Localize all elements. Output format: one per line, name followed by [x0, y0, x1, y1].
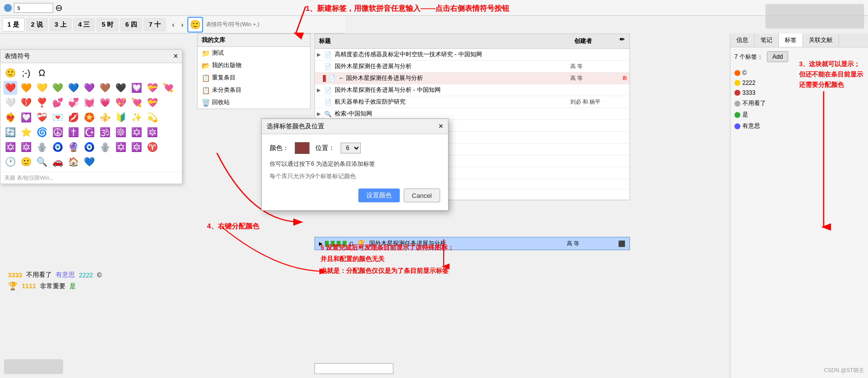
emoji-cross[interactable]: ✝️	[67, 125, 80, 139]
emoji-revolving[interactable]: 💞	[67, 96, 80, 110]
emoji-crystal-ball[interactable]: 🔮	[67, 140, 80, 154]
tab-7[interactable]: 7 十	[143, 18, 166, 32]
table-row[interactable]: 📄 国外木星探测任务进展与分析 高 等	[315, 61, 629, 73]
emoji-r2[interactable]: 💟	[130, 81, 143, 95]
emoji-beginner[interactable]: 🔰	[114, 111, 128, 124]
emoji-beating[interactable]: 💓	[82, 96, 96, 110]
emoji-growing[interactable]: 💗	[98, 96, 112, 110]
tab-6[interactable]: 6 四	[120, 18, 142, 32]
emoji-r4[interactable]: 💘	[161, 81, 175, 95]
emoji-om[interactable]: 🕉️	[98, 125, 112, 139]
emoji-dizzy[interactable]: 💫	[145, 111, 159, 124]
tab-2[interactable]: 2 说	[26, 18, 48, 32]
library-item-dup[interactable]: 📋 重复条目	[198, 72, 310, 84]
tag-item-interesting[interactable]: 有意思	[734, 120, 864, 132]
library-item-trash[interactable]: 🗑️ 回收站	[198, 96, 310, 109]
emoji-recycle[interactable]: 🔄	[3, 125, 17, 139]
emoji-wink[interactable]: ;-)	[19, 66, 33, 80]
search-input-bottom[interactable]	[314, 363, 393, 374]
emoji-six-star[interactable]: 🔯	[145, 125, 159, 139]
right-tab-info[interactable]: 信息	[730, 34, 755, 47]
emoji-star3[interactable]: ✡️	[3, 140, 17, 154]
expand-icon[interactable]: ▶	[315, 87, 323, 93]
emoji-hamsa[interactable]: 🪬	[35, 140, 49, 154]
emoji-blue-heart[interactable]: 💙	[67, 81, 80, 95]
add-tag-button[interactable]: Add	[767, 51, 788, 62]
emoji-purple-heart[interactable]: 💜	[82, 81, 96, 95]
emoji-broken-heart[interactable]: 💔	[19, 96, 33, 110]
emoji-white-heart[interactable]: 🤍	[3, 96, 17, 110]
expand-icon[interactable]: ▶	[315, 111, 323, 116]
emoji-peace[interactable]: ☮️	[51, 125, 65, 139]
emoji-panel-close[interactable]: ×	[174, 52, 178, 61]
tab-4[interactable]: 4 三	[73, 18, 96, 32]
table-row[interactable]: 📄 ← 国外木星探测任务进展与分析 高 等 🖹	[315, 73, 629, 84]
dialog-close[interactable]: ×	[439, 122, 443, 131]
search-input-top[interactable]	[14, 3, 53, 13]
emoji-magnifier[interactable]: 🔍	[35, 155, 49, 169]
tag-3333[interactable]: 3333	[8, 271, 22, 279]
emoji-clock[interactable]: 🕐	[3, 155, 17, 169]
emoji-black-heart[interactable]: 🖤	[114, 81, 128, 95]
emoji-love-letter[interactable]: 💌	[51, 111, 65, 124]
emoji-cyclone[interactable]: 🌀	[35, 125, 49, 139]
emoji-car[interactable]: 🚗	[51, 155, 65, 169]
emoji-wheel[interactable]: ☸️	[114, 125, 128, 139]
emoji-eye-blue[interactable]: 🧿	[82, 140, 96, 154]
emoji-green-heart[interactable]: 💚	[51, 81, 65, 95]
set-color-button[interactable]: 设置颜色	[358, 189, 400, 202]
emoji-rosette[interactable]: 🏵️	[82, 111, 96, 124]
tab-prev[interactable]: ‹	[169, 20, 177, 30]
expand-icon[interactable]: ▶	[315, 52, 323, 57]
emoji-button[interactable]: 🙂	[187, 17, 203, 33]
emoji-heart-decor[interactable]: 💟	[19, 111, 33, 124]
emoji-crescent[interactable]: ☪️	[82, 125, 96, 139]
emoji-fleur[interactable]: ⚜️	[98, 111, 112, 124]
table-row[interactable]: 📄 航天器单粒子效应防护研究 刘必 和 杨平	[315, 96, 629, 108]
tag-nolook[interactable]: 不用看了	[26, 270, 52, 279]
tag-item-nolook[interactable]: 不用看了	[734, 98, 864, 109]
emoji-excl-heart[interactable]: ❣️	[35, 96, 49, 110]
emoji-heart-blue[interactable]: 💙	[82, 155, 96, 169]
tag-item-is[interactable]: 是	[734, 109, 864, 120]
emoji-hamsa2[interactable]: 🪬	[98, 140, 112, 154]
library-item-test[interactable]: 📁 测试	[198, 47, 310, 59]
emoji-r3[interactable]: 💝	[145, 81, 159, 95]
tab-3[interactable]: 3 上	[49, 18, 72, 32]
tab-next[interactable]: ›	[178, 20, 187, 30]
emoji-evil-eye[interactable]: 🧿	[51, 140, 65, 154]
emoji-two-hearts[interactable]: 💕	[51, 96, 65, 110]
tab-5[interactable]: 5 时	[96, 18, 119, 32]
emoji-smile2[interactable]: 🙂	[19, 155, 33, 169]
emoji-orange-heart[interactable]: 🧡	[19, 81, 33, 95]
emoji-house[interactable]: 🏠	[67, 155, 80, 169]
emoji-star5[interactable]: ✡️	[114, 140, 128, 154]
emoji-kiss[interactable]: 💋	[67, 111, 80, 124]
emoji-smiley[interactable]: 🙂	[3, 66, 17, 80]
right-tab-notes[interactable]: 笔记	[755, 34, 779, 47]
right-tab-tags[interactable]: 标签	[779, 34, 803, 47]
table-row[interactable]: ▶ 📄 国外木星探测任务进展与分析 - 中国知网	[315, 84, 629, 96]
emoji-ribbon-heart[interactable]: 💝	[145, 96, 159, 110]
emoji-star4[interactable]: 🔯	[19, 140, 33, 154]
emoji-bandage-heart[interactable]: ❤️‍🩹	[35, 111, 49, 124]
position-select[interactable]: 6 1 2 3 4 5 7 8 9	[341, 143, 361, 153]
tag-2222[interactable]: 2222	[79, 271, 93, 279]
emoji-fire-heart[interactable]: ❤️‍🔥	[3, 111, 17, 124]
tab-1[interactable]: 1 是	[2, 18, 25, 32]
emoji-red-heart[interactable]: ❤️	[3, 81, 17, 95]
emoji-star-david[interactable]: ✡️	[130, 125, 143, 139]
emoji-star6[interactable]: 🔯	[130, 140, 143, 154]
cancel-button[interactable]: Cancel	[404, 189, 440, 202]
table-row[interactable]: ▶ 📄 高精度姿态传感器及标定中时空统一技术研究 - 中国知网	[315, 49, 629, 61]
emoji-sparkles[interactable]: ✨	[130, 111, 143, 124]
color-swatch[interactable]	[295, 142, 310, 154]
library-item-uncat[interactable]: 📋 未分类条目	[198, 84, 310, 96]
emoji-aries[interactable]: ♈	[145, 140, 159, 154]
emoji-sparkling[interactable]: 💖	[114, 96, 128, 110]
emoji-star2[interactable]: ⭐	[19, 125, 33, 139]
emoji-omega[interactable]: Ω	[35, 66, 49, 80]
emoji-arrow-heart[interactable]: 💘	[130, 96, 143, 110]
tag-interesting[interactable]: 有意思	[56, 270, 75, 279]
emoji-brown-heart[interactable]: 🤎	[98, 81, 112, 95]
